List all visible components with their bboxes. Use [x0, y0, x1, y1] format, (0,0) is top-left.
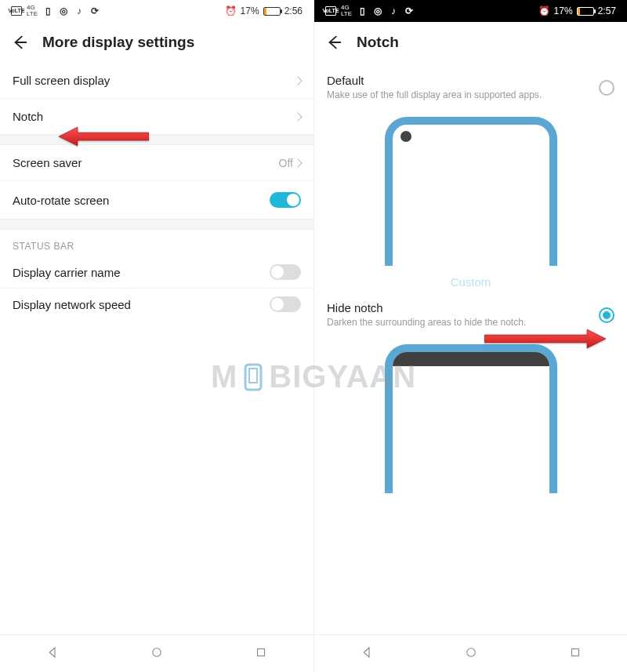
row-display-carrier-name[interactable]: Display carrier name [0, 256, 314, 288]
nav-recent-button[interactable] [254, 645, 268, 663]
nav-back-button[interactable] [45, 645, 60, 663]
row-auto-rotate[interactable]: Auto-rotate screen [0, 180, 314, 219]
radio-hide-notch[interactable] [599, 307, 614, 323]
sync-icon: ⟳ [89, 6, 100, 16]
volte-icon: VoLTE [11, 6, 22, 16]
nav-home-button[interactable] [464, 645, 478, 663]
clock-time: 2:57 [598, 5, 616, 16]
chevron-right-icon [293, 158, 302, 167]
nav-home-button[interactable] [150, 645, 164, 663]
row-full-screen-display[interactable]: Full screen display [0, 63, 314, 98]
row-label: Full screen display [13, 74, 110, 87]
page-title: Notch [357, 34, 399, 51]
row-label: Notch [13, 110, 43, 123]
battery-percent: 17% [554, 5, 573, 16]
battery-saver-icon: ▯ [357, 6, 368, 16]
row-hide-notch[interactable]: Hide notch Darken the surrounding areas … [314, 290, 627, 340]
alarm-icon: ⏰ [539, 6, 550, 16]
status-bar: VoLTE 4GLTE ▯ ◎ ♪ ⟳ ⏰ 17% 2:57 [314, 0, 627, 22]
network-4g-icon: 4GLTE [341, 5, 352, 17]
page-title: More display settings [42, 34, 194, 51]
battery-icon [577, 7, 594, 16]
battery-icon [263, 7, 281, 16]
battery-percent: 17% [241, 5, 259, 16]
nav-recent-button[interactable] [568, 645, 582, 663]
network-4g-icon: 4GLTE [27, 5, 38, 17]
phone-left: VoLTE 4GLTE ▯ ◎ ♪ ⟳ ⏰ 17% 2:56 More disp… [0, 0, 314, 672]
app-bar: Notch [314, 22, 627, 63]
sync-icon: ⟳ [404, 6, 415, 16]
instagram-icon: ◎ [372, 6, 383, 16]
row-label: Display carrier name [13, 266, 121, 279]
row-default[interactable]: Default Make use of the full display are… [314, 63, 627, 112]
custom-label: Custom [314, 269, 627, 290]
chevron-right-icon [293, 76, 302, 85]
row-label: Auto-rotate screen [13, 194, 109, 207]
row-subtitle: Make use of the full display area in sup… [327, 89, 542, 101]
navigation-bar [314, 634, 627, 672]
back-icon[interactable] [11, 34, 28, 51]
toggle-auto-rotate[interactable] [270, 192, 301, 208]
row-label: Default [327, 74, 542, 87]
radio-default[interactable] [599, 80, 614, 96]
svg-rect-5 [571, 648, 578, 656]
phone-right: VoLTE 4GLTE ▯ ◎ ♪ ⟳ ⏰ 17% 2:57 Notch Def [314, 0, 627, 672]
toggle-carrier-name[interactable] [270, 264, 301, 280]
volte-icon: VoLTE [325, 6, 336, 16]
row-subtitle: Darken the surrounding areas to hide the… [327, 316, 526, 329]
back-icon[interactable] [325, 34, 342, 51]
app-bar: More display settings [0, 22, 314, 63]
svg-rect-2 [258, 648, 265, 656]
svg-point-1 [153, 648, 161, 656]
nav-back-button[interactable] [360, 645, 374, 663]
row-screen-saver[interactable]: Screen saver Off [0, 145, 314, 180]
chevron-right-icon [293, 112, 302, 121]
battery-saver-icon: ▯ [42, 6, 53, 16]
navigation-bar [0, 634, 314, 672]
row-value: Off [279, 157, 293, 169]
status-bar: VoLTE 4GLTE ▯ ◎ ♪ ⟳ ⏰ 17% 2:56 [0, 0, 314, 22]
alarm-icon: ⏰ [226, 6, 237, 16]
tiktok-icon: ♪ [388, 6, 399, 16]
row-label: Display network speed [13, 298, 131, 311]
svg-point-4 [466, 648, 475, 656]
preview-hide-notch [314, 340, 627, 496]
row-notch[interactable]: Notch [0, 98, 314, 134]
tiktok-icon: ♪ [74, 6, 85, 16]
row-display-network-speed[interactable]: Display network speed [0, 288, 314, 320]
clock-time: 2:56 [285, 5, 303, 16]
instagram-icon: ◎ [58, 6, 69, 16]
preview-default [314, 112, 627, 269]
toggle-network-speed[interactable] [270, 296, 301, 312]
row-label: Hide notch [327, 301, 526, 314]
section-header: STATUS BAR [0, 230, 314, 256]
row-label: Screen saver [13, 156, 82, 169]
